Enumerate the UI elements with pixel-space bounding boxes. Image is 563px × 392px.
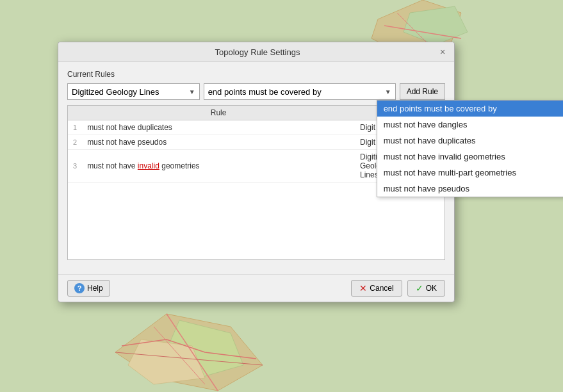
row-3-rule-suffix: geometries [159, 161, 200, 170]
controls-row: Digitized Geology Lines ▼ end points mus… [67, 83, 445, 100]
layer-combo[interactable]: Digitized Geology Lines ▼ [67, 83, 200, 100]
dialog-footer: ? Help ✕ Cancel ✓ OK [58, 274, 454, 302]
current-rules-label: Current Rules [67, 70, 445, 79]
help-button[interactable]: ? Help [67, 280, 110, 297]
dialog-title: Topology Rule Settings [78, 47, 437, 57]
rule-combo-arrow: ▼ [385, 88, 391, 95]
row-3-num: 3 [68, 150, 82, 183]
rule-dropdown-menu: end points must be covered by must not h… [377, 100, 563, 197]
rule-combo[interactable]: end points must be covered by ▼ [204, 83, 396, 100]
dropdown-item-0[interactable]: end points must be covered by [377, 101, 563, 117]
layer-combo-value: Digitized Geology Lines [72, 87, 186, 97]
row-1-rule: must not have duplicates [82, 120, 355, 135]
topology-rule-settings-dialog: Topology Rule Settings × Current Rules D… [58, 42, 455, 302]
dialog-titlebar: Topology Rule Settings × [58, 42, 454, 62]
row-2-rule: must not have pseudos [82, 135, 355, 150]
ok-button[interactable]: ✓ OK [407, 280, 445, 297]
dialog-body: Current Rules Digitized Geology Lines ▼ … [58, 62, 454, 274]
help-icon: ? [74, 283, 85, 293]
ok-icon: ✓ [416, 283, 423, 293]
ok-label: OK [426, 284, 437, 293]
row-2-num: 2 [68, 135, 82, 150]
row-3-rule: must not have invalid geometries [82, 150, 355, 183]
col-num-header [68, 106, 82, 120]
dropdown-item-2[interactable]: must not have duplicates [377, 133, 563, 149]
add-rule-button[interactable]: Add Rule [400, 83, 445, 100]
row-1-num: 1 [68, 120, 82, 135]
dropdown-item-5[interactable]: must not have pseudos [377, 181, 563, 197]
row-3-rule-prefix: must not have [87, 161, 138, 170]
footer-right-buttons: ✕ Cancel ✓ OK [351, 280, 445, 297]
dropdown-item-1[interactable]: must not have dangles [377, 117, 563, 133]
cancel-label: Cancel [370, 284, 393, 293]
dropdown-item-3[interactable]: must not have invalid geometries [377, 149, 563, 165]
rule-combo-value: end points must be covered by [208, 87, 382, 97]
rule-combo-container: end points must be covered by ▼ end poin… [204, 83, 396, 100]
cancel-icon: ✕ [359, 283, 367, 293]
layer-combo-arrow: ▼ [189, 88, 195, 95]
dropdown-item-4[interactable]: must not have multi-part geometries [377, 165, 563, 181]
row-3-rule-highlight: invalid [138, 161, 159, 170]
cancel-button[interactable]: ✕ Cancel [351, 280, 402, 297]
help-label: Help [87, 284, 103, 293]
col-rule-header: Rule [82, 106, 355, 120]
close-button[interactable]: × [437, 47, 448, 57]
